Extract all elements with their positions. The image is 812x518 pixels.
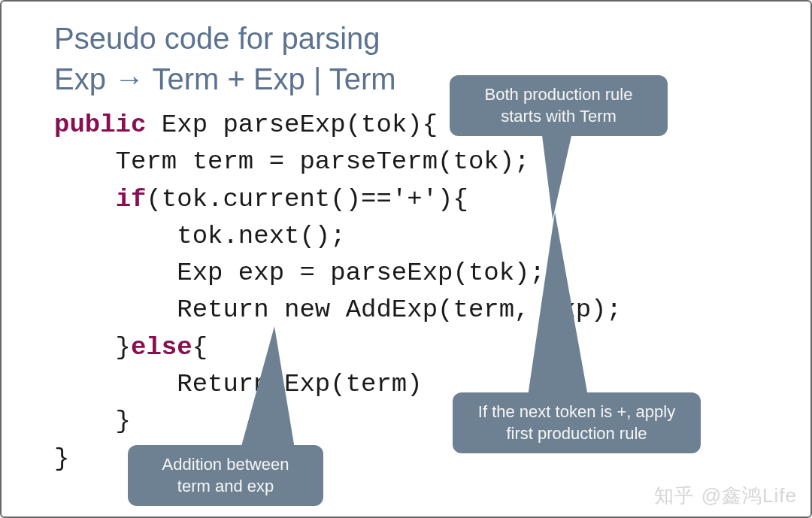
code-text: Return Exp(term) bbox=[54, 370, 423, 398]
code-text: Return new AddExp(term, exp); bbox=[54, 295, 622, 324]
callout-addition: Addition between term and exp bbox=[128, 445, 323, 506]
heading-line-1: Pseudo code for parsing bbox=[54, 18, 396, 59]
code-text bbox=[54, 185, 116, 214]
code-text: } bbox=[54, 407, 131, 435]
heading-line-2: Exp → Term + Exp | Term bbox=[54, 59, 396, 99]
code-text: } bbox=[54, 333, 131, 362]
callout-next-token: If the next token is +, apply first prod… bbox=[453, 392, 701, 453]
slide-heading: Pseudo code for parsing Exp → Term + Exp… bbox=[54, 18, 396, 99]
code-text: Exp exp = parseExp(tok); bbox=[54, 259, 545, 287]
keyword-public: public bbox=[54, 111, 146, 139]
watermark: 知乎 @鑫鸿Life bbox=[654, 483, 797, 509]
code-text: (tok.current()=='+'){ bbox=[146, 185, 468, 214]
code-text: tok.next(); bbox=[54, 222, 346, 250]
code-text: Exp parseExp(tok){ bbox=[146, 111, 438, 139]
code-text: { bbox=[192, 333, 208, 362]
callout-production-starts: Both production rule starts with Term bbox=[450, 75, 668, 136]
code-text: } bbox=[54, 444, 69, 473]
keyword-else: else bbox=[131, 333, 192, 362]
code-text: Term term = parseTerm(tok); bbox=[54, 147, 530, 176]
keyword-if: if bbox=[116, 185, 147, 214]
